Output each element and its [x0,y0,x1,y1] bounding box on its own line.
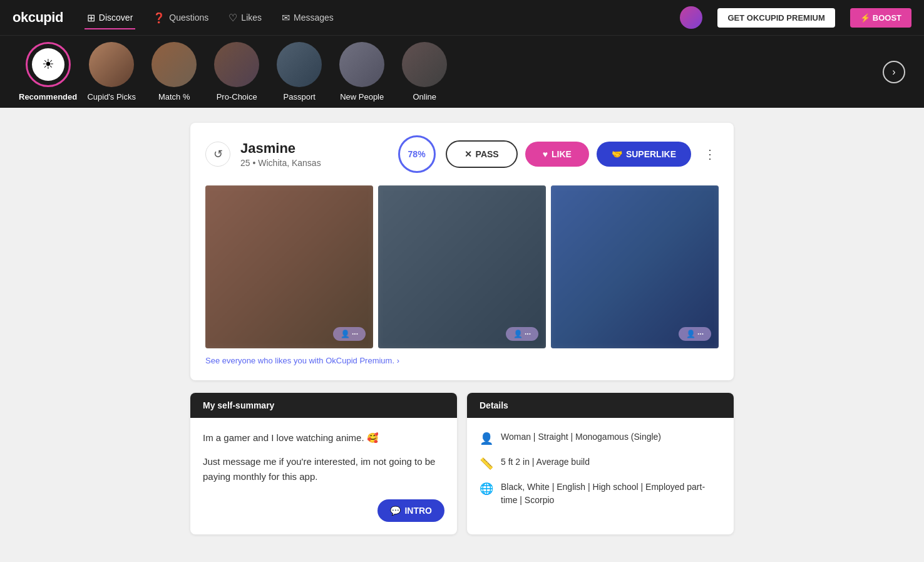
nav-label-messages: Messages [294,13,334,23]
undo-button[interactable]: ↺ [205,142,230,167]
profile-name-section: Jasmine 25 • Wichita, Kansas [240,140,388,168]
nav-label-likes: Likes [241,13,262,23]
discover-item-match[interactable]: Match % [146,42,202,101]
superlike-button[interactable]: 🤝 SUPERLIKE [597,142,691,167]
globe-icon: 🌐 [480,482,493,496]
boost-button[interactable]: ⚡ BOOST [850,8,911,28]
more-options-button[interactable]: ⋮ [701,144,719,164]
photo-3[interactable]: 👤 ··· [551,185,719,348]
nav-label-discover: Discover [99,13,133,23]
recommended-thumb: ☀ [26,42,71,87]
boost-label: BOOST [873,13,901,23]
height-text: 5 ft 2 in | Average build [501,455,590,469]
self-summary-section: My self-summary Im a gamer and I love wa… [190,393,457,534]
photo-1[interactable]: 👤 ··· [205,185,373,348]
details-row-3: 🌐 Black, White | English | High school |… [480,481,721,507]
details-header: Details [467,393,734,418]
details-section: Details 👤 Woman | Straight | Monogamous … [467,393,734,534]
superlike-icon: 🤝 [612,149,622,159]
pro-choice-label: Pro-Choice [217,92,257,101]
discover-item-recommended[interactable]: ☀ Recommended [19,42,77,101]
photo-3-badge: 👤 ··· [679,327,711,341]
nav-item-likes[interactable]: ♡ Likes [226,7,264,29]
questions-icon: ❓ [153,12,165,24]
gender-icon: 👤 [480,432,493,445]
nav-item-discover[interactable]: ⊞ Discover [85,7,135,29]
profile-info: Jasmine 25 • Wichita, Kansas 78% ✕ PASS … [240,135,719,173]
pass-x-icon: ✕ [465,149,472,159]
nav-label-questions: Questions [169,13,208,23]
cupids-picks-label: Cupid's Picks [87,92,136,101]
nav-item-messages[interactable]: ✉ Messages [279,7,336,29]
discover-icon: ⊞ [87,12,95,24]
premium-button[interactable]: GET OKCUPID PREMIUM [717,8,834,28]
nav-item-questions[interactable]: ❓ Questions [150,7,211,29]
background-text: Black, White | English | High school | E… [501,481,721,507]
passport-thumb [277,42,322,87]
profile-card: ↺ Jasmine 25 • Wichita, Kansas 78% ✕ PAS… [190,123,734,380]
like-button[interactable]: ♥ LIKE [525,142,589,167]
bottom-grid: My self-summary Im a gamer and I love wa… [190,393,734,534]
passport-label: Passport [284,92,316,101]
details-body: 👤 Woman | Straight | Monogamous (Single)… [467,418,734,529]
premium-link[interactable]: See everyone who likes you with OkCupid … [205,356,719,365]
details-row-2: 📏 5 ft 2 in | Average build [480,455,721,471]
photo-2[interactable]: 👤 ··· [378,185,546,348]
action-buttons: ✕ PASS ♥ LIKE 🤝 SUPERLIKE [446,140,691,168]
gender-text: Woman | Straight | Monogamous (Single) [501,430,661,444]
self-summary-header: My self-summary [190,393,457,418]
navbar: okcupid ⊞ Discover ❓ Questions ♡ Likes ✉… [0,0,924,35]
recommended-icon: ☀ [32,48,64,81]
user-avatar[interactable] [680,6,702,29]
cupids-picks-thumb [89,42,134,87]
boost-icon: ⚡ [860,13,870,23]
likes-icon: ♡ [228,12,237,24]
pro-choice-thumb [214,42,259,87]
new-people-thumb [339,42,384,87]
logo[interactable]: okcupid [13,9,63,26]
pass-button[interactable]: ✕ PASS [446,140,518,168]
discover-bar: ☀ Recommended Cupid's Picks Match % Pro-… [0,35,924,108]
match-label: Match % [158,92,190,101]
photo-1-badge: 👤 ··· [333,327,366,341]
messages-icon: ✉ [282,12,290,24]
new-people-label: New People [340,92,384,101]
discover-item-cupids-picks[interactable]: Cupid's Picks [83,42,140,101]
details-row-1: 👤 Woman | Straight | Monogamous (Single) [480,430,721,445]
discover-next-button[interactable]: › [883,61,905,83]
discover-item-passport[interactable]: Passport [271,42,327,101]
discover-item-new-people[interactable]: New People [334,42,390,101]
summary-line-2: Just message me if you're interested, im… [203,454,444,484]
online-thumb [402,42,447,87]
photo-2-badge: 👤 ··· [506,327,538,341]
online-label: Online [413,92,436,101]
intro-chat-icon: 💬 [390,506,401,516]
self-summary-text: Im a gamer and I love watching anime. 🥰 … [203,430,444,484]
match-thumb [151,42,197,87]
self-summary-body: Im a gamer and I love watching anime. 🥰 … [190,418,457,534]
recommended-label: Recommended [19,92,77,101]
discover-item-online[interactable]: Online [396,42,453,101]
discover-item-pro-choice[interactable]: Pro-Choice [208,42,265,101]
main-content: ↺ Jasmine 25 • Wichita, Kansas 78% ✕ PAS… [180,123,744,534]
summary-line-1: Im a gamer and I love watching anime. 🥰 [203,430,444,445]
photos-grid: 👤 ··· 👤 ··· 👤 ··· [205,185,719,348]
profile-name: Jasmine [240,140,388,157]
match-percentage: 78% [398,135,436,173]
height-icon: 📏 [480,457,493,471]
profile-location: 25 • Wichita, Kansas [240,158,388,168]
like-heart-icon: ♥ [543,149,548,159]
intro-button[interactable]: 💬 INTRO [377,499,444,522]
